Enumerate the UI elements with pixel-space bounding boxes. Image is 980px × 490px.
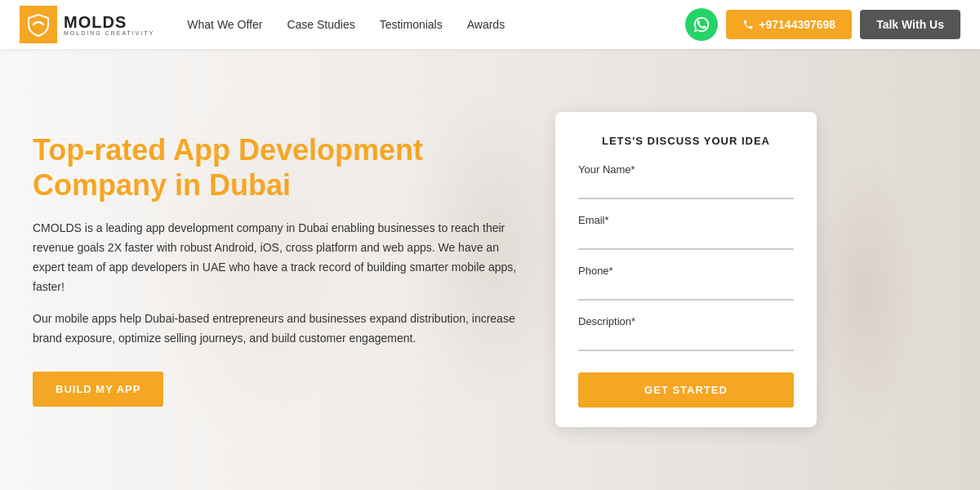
hero-description-2: Our mobile apps help Dubai-based entrepr… (33, 310, 523, 349)
hero-text: Top-rated App Development Company in Dub… (33, 132, 523, 407)
email-input[interactable] (578, 229, 794, 250)
form-title: LETS'S DISCUSS YOUR IDEA (578, 135, 794, 147)
whatsapp-button[interactable] (685, 8, 718, 41)
logo-brand: MOLDS (64, 14, 154, 30)
email-field-group: Email* (578, 214, 794, 250)
nav-actions: +97144397698 Talk With Us (685, 8, 960, 41)
phone-label: Phone* (578, 265, 794, 277)
logo-sub: MOLDING CREATIVITY (64, 30, 154, 36)
description-input[interactable] (578, 331, 794, 351)
name-input[interactable] (578, 179, 794, 199)
contact-form-card: LETS'S DISCUSS YOUR IDEA Your Name* Emai… (555, 112, 817, 427)
phone-field-group: Phone* (578, 265, 794, 301)
navbar: MOLDS MOLDING CREATIVITY What We Offer C… (0, 0, 980, 49)
logo-icon (20, 6, 57, 43)
description-label: Description* (578, 315, 794, 327)
hero-description-1: CMOLDS is a leading app development comp… (33, 219, 523, 296)
phone-number: +97144397698 (759, 18, 835, 31)
talk-with-us-button[interactable]: Talk With Us (860, 10, 960, 39)
nav-awards[interactable]: Awards (467, 18, 505, 31)
logo-text: MOLDS MOLDING CREATIVITY (64, 14, 154, 36)
nav-case-studies[interactable]: Case Studies (287, 18, 354, 31)
hero-section: Top-rated App Development Company in Dub… (0, 49, 980, 490)
name-label: Your Name* (578, 163, 794, 176)
phone-input[interactable] (578, 280, 794, 301)
hero-title: Top-rated App Development Company in Dub… (33, 132, 523, 203)
name-field-group: Your Name* (578, 163, 794, 199)
phone-button[interactable]: +97144397698 (726, 10, 852, 39)
build-my-app-button[interactable]: BUILD MY APP (33, 372, 163, 407)
nav-what-we-offer[interactable]: What We Offer (187, 18, 262, 31)
hero-content: Top-rated App Development Company in Dub… (0, 87, 980, 452)
nav-testimonials[interactable]: Testimonials (380, 18, 443, 31)
description-field-group: Description* (578, 315, 794, 351)
get-started-button[interactable]: GET STARTED (578, 372, 794, 408)
nav-links: What We Offer Case Studies Testimonials … (187, 18, 685, 31)
email-label: Email* (578, 214, 794, 226)
logo[interactable]: MOLDS MOLDING CREATIVITY (20, 6, 154, 43)
